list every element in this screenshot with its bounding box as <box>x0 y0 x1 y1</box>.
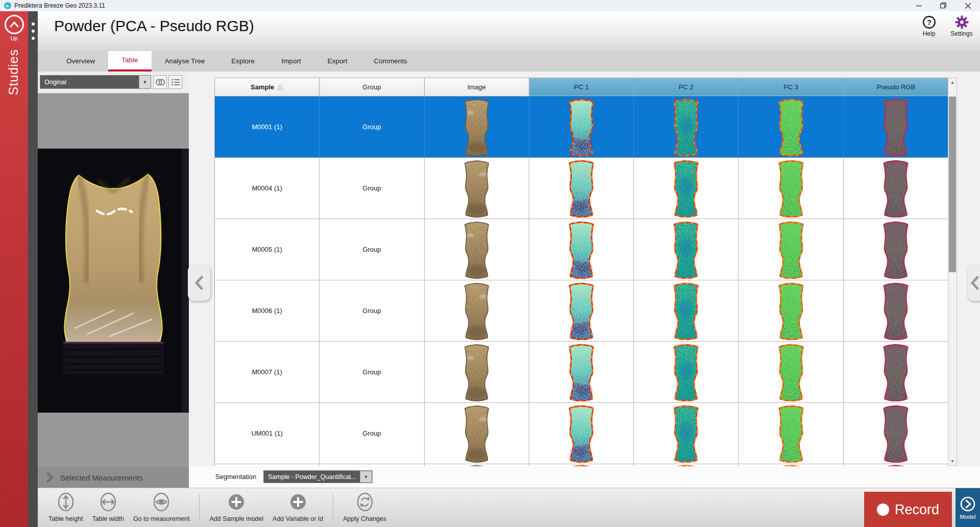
title-bar: b. Prediktera Breeze Geo 2023.3.11 <box>0 0 980 12</box>
grip-dot <box>32 22 35 26</box>
pseudo-image-cell <box>844 158 948 219</box>
pc3-image-cell <box>739 280 843 342</box>
link-view-button[interactable] <box>153 75 167 89</box>
image-image-cell <box>425 342 529 403</box>
column-header-pc-1[interactable]: PC 1 <box>529 78 634 97</box>
tab-import[interactable]: Import <box>268 51 314 71</box>
apply-changes-button[interactable]: Apply Changes <box>343 492 386 522</box>
table-row-m0005-1-[interactable]: M0005 (1)Group <box>215 219 948 280</box>
chevron-left-icon <box>971 276 979 290</box>
app-window: b. Prediktera Breeze Geo 2023.3.11 Up St… <box>0 0 980 527</box>
selected-measurements-toggle[interactable]: Selected Measurements <box>38 467 189 488</box>
tab-comments[interactable]: Comments <box>360 51 420 71</box>
sidebar-item-studies[interactable]: Studies <box>6 49 21 95</box>
chevron-down-icon[interactable]: ▼ <box>139 76 151 88</box>
group-cell: Group <box>320 403 424 464</box>
column-header-pc-2[interactable]: PC 2 <box>634 78 739 97</box>
list-view-button[interactable] <box>168 75 182 89</box>
pc2-image-cell <box>634 97 739 158</box>
column-header-pseudo-rgb[interactable]: Pseudo RGB <box>844 78 948 97</box>
record-button[interactable]: Record <box>864 492 952 527</box>
segmentation-label: Segmentation <box>215 473 256 481</box>
table-height-button[interactable]: Table height <box>48 492 83 522</box>
pc3-image-cell <box>739 97 843 158</box>
scrollbar-thumb[interactable] <box>949 97 956 272</box>
toolbar-divider <box>333 494 333 520</box>
page-header: Powder (PCA - Pseudo RGB) ? Help <box>38 11 980 51</box>
table-row-m0004-1-[interactable]: M0004 (1)Group <box>215 158 948 219</box>
tab-overview[interactable]: Overview <box>53 51 108 71</box>
pseudo-image-cell <box>844 403 948 464</box>
image-image-cell <box>425 97 529 158</box>
image-image-cell <box>425 158 529 219</box>
sample-cell: M0001 (1) <box>215 97 320 158</box>
sample-cell: M0007 (1) <box>215 342 320 403</box>
group-cell: Group <box>320 280 424 342</box>
svg-text:?: ? <box>927 18 932 27</box>
table-row-m0006-1-[interactable]: M0006 (1)Group <box>215 280 948 342</box>
collapse-right-panel-handle[interactable] <box>968 265 980 301</box>
minimize-button[interactable] <box>906 0 931 11</box>
help-button[interactable]: ? Help <box>917 15 941 37</box>
toolbar-divider <box>199 494 200 520</box>
table-row-m0007-1-[interactable]: M0007 (1)Group <box>215 342 948 403</box>
pc3-image-cell <box>739 342 843 403</box>
measurement-panel: Original ▼ <box>38 71 189 488</box>
pc2-image-cell <box>634 158 739 219</box>
table-scrollbar[interactable]: ▲ ▼ <box>948 78 957 466</box>
group-cell: Group <box>320 342 424 403</box>
scroll-up-arrow[interactable]: ▲ <box>948 78 957 86</box>
image-image-cell <box>425 219 529 280</box>
rail-splitter[interactable] <box>28 11 38 527</box>
close-button[interactable] <box>955 0 980 11</box>
question-icon: ? <box>922 15 936 29</box>
chevron-up-icon <box>5 15 24 34</box>
tab-analyse-tree[interactable]: Analyse Tree <box>152 51 218 71</box>
group-cell: Group <box>320 97 424 158</box>
link-icon <box>155 78 165 87</box>
chevron-down-icon[interactable]: ▼ <box>360 471 372 483</box>
tab-table[interactable]: Table <box>108 51 151 71</box>
pseudo-image-cell <box>844 342 948 403</box>
segmentation-dropdown[interactable]: Sample - Powder_Quantificat... ▼ <box>263 470 373 483</box>
pc2-image-cell <box>634 219 739 280</box>
table-width-button[interactable]: Table width <box>92 492 124 522</box>
view-selector-dropdown[interactable]: Original ▼ <box>40 75 151 89</box>
pc3-image-cell <box>739 403 843 464</box>
add-sample-model-button[interactable]: Add Sample model <box>209 492 263 522</box>
table-row-m0001-1-[interactable]: M0001 (1)Group <box>215 97 948 158</box>
tab-export[interactable]: Export <box>314 51 360 71</box>
go-to-measurement-button[interactable]: Go to measurement <box>133 492 189 522</box>
restore-button[interactable] <box>931 0 955 11</box>
up-button[interactable]: Up <box>3 15 26 41</box>
table-width-icon <box>100 492 117 515</box>
table-row-um001-1-[interactable]: UM001 (1)Group <box>215 403 948 464</box>
add-variable-or-id-button[interactable]: Add Variable or Id <box>273 492 323 522</box>
sync-icon <box>356 492 374 515</box>
group-cell: Group <box>320 219 424 280</box>
pc1-image-cell <box>529 97 634 158</box>
pc2-image-cell <box>634 342 739 403</box>
column-header-image[interactable]: Image <box>425 78 529 97</box>
scroll-down-arrow[interactable]: ▼ <box>948 457 957 465</box>
panel-toolbar: Original ▼ <box>38 71 189 93</box>
add-icon <box>289 492 307 515</box>
model-button[interactable]: Model <box>955 488 980 527</box>
pseudo-image-cell <box>844 219 948 280</box>
pc1-image-cell <box>529 280 634 342</box>
sample-table: SampleGroupImagePC 1PC 2PC 3Pseudo RGB M… <box>214 78 949 470</box>
window-title: Prediktera Breeze Geo 2023.3.11 <box>14 2 105 9</box>
pc2-image-cell <box>634 403 739 464</box>
sample-cell: M0005 (1) <box>215 219 320 280</box>
pc2-image-cell <box>634 280 739 342</box>
column-header-pc-3[interactable]: PC 3 <box>739 78 843 97</box>
column-header-group[interactable]: Group <box>320 78 424 97</box>
settings-button[interactable]: Settings <box>949 15 974 37</box>
collapse-left-panel-handle[interactable] <box>188 265 210 301</box>
tab-explore[interactable]: Explore <box>218 51 268 71</box>
bottom-toolbar: Table heightTable widthGo to measurement… <box>38 488 980 527</box>
column-header-sample[interactable]: Sample <box>215 78 320 97</box>
image-image-cell <box>425 280 529 342</box>
tab-bar: OverviewTableAnalyse TreeExploreImportEx… <box>38 51 980 71</box>
sample-cell: M0006 (1) <box>215 280 320 342</box>
